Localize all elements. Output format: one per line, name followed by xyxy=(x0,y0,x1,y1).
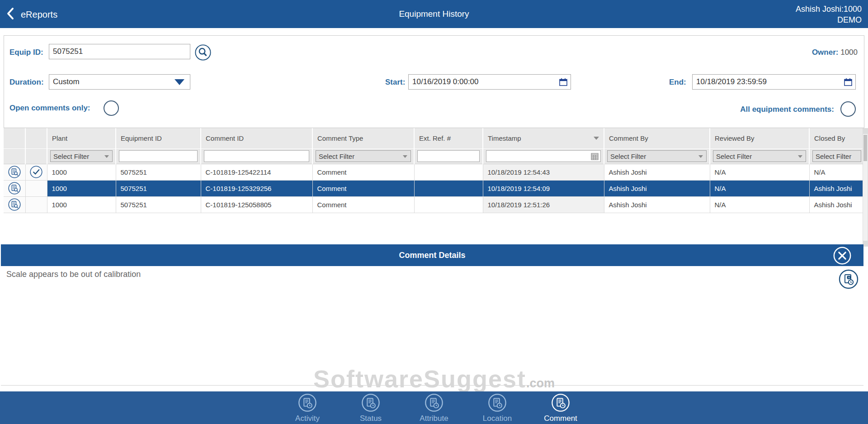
cell-comment-type: Comment xyxy=(312,180,414,196)
view-comment-icon[interactable] xyxy=(8,181,21,195)
view-comment-icon[interactable] xyxy=(8,198,21,211)
table-row[interactable]: 1000 5075251 C-101819-125329256 Comment … xyxy=(4,180,864,196)
nav-item-label: Comment xyxy=(544,414,577,423)
page-title: Equipment History xyxy=(0,9,868,19)
header-spacer xyxy=(4,128,25,148)
comment-text: Scale appears to be out of calibration xyxy=(6,270,141,279)
plant-filter-select[interactable]: Select Filter xyxy=(50,150,113,162)
column-header-ext-ref[interactable]: Ext. Ref. # xyxy=(414,128,483,148)
status-icon xyxy=(361,393,381,414)
cell-timestamp: 10/18/2019 12:54:09 xyxy=(483,180,604,196)
scrollbar-thumb[interactable] xyxy=(863,135,867,161)
comment-by-filter-select[interactable]: Select Filter xyxy=(607,150,707,162)
comment-id-filter-input[interactable] xyxy=(204,150,309,162)
nav-item-activity[interactable]: Activity xyxy=(290,393,325,423)
comment-details-header: Comment Details xyxy=(1,244,863,266)
end-date-input[interactable] xyxy=(692,74,856,90)
table-row[interactable]: 1000 5075251 C-101819-125058805 Comment … xyxy=(4,196,864,213)
owner-field: Owner: 1000 xyxy=(812,48,858,57)
duration-value: Custom xyxy=(53,77,80,86)
table-header-row: Plant Equipment ID Comment ID Comment Ty… xyxy=(4,128,864,148)
calendar-icon[interactable] xyxy=(844,77,853,86)
column-header-plant[interactable]: Plant xyxy=(47,128,116,148)
column-header-reviewed-by[interactable]: Reviewed By xyxy=(710,128,809,148)
nav-item-attribute[interactable]: Attribute xyxy=(417,393,451,423)
column-header-comment-id[interactable]: Comment ID xyxy=(201,128,312,148)
chevron-down-icon xyxy=(798,155,802,158)
cell-ext-ref xyxy=(414,180,483,196)
nav-item-comment[interactable]: Comment xyxy=(543,393,578,423)
user-info: Ashish Joshi:1000 DEMO xyxy=(796,4,862,25)
equipment-id-filter-input[interactable] xyxy=(119,150,198,162)
end-date-field xyxy=(692,74,856,90)
equip-id-input[interactable] xyxy=(49,44,190,59)
cell-comment-by: Ashish Joshi xyxy=(604,196,710,213)
table-row[interactable]: 1000 5075251 C-101819-125422114 Comment … xyxy=(4,164,864,180)
closed-by-filter-select[interactable]: Select Filter xyxy=(812,150,861,162)
cell-closed-by: N/A xyxy=(809,164,864,180)
cell-timestamp: 10/18/2019 12:54:43 xyxy=(483,164,604,180)
selected-check-icon[interactable] xyxy=(29,165,43,179)
comment-icon xyxy=(551,393,571,414)
chevron-down-icon xyxy=(175,79,184,85)
duration-select[interactable]: Custom xyxy=(49,74,190,90)
owner-label: Owner: xyxy=(812,48,839,57)
search-icon[interactable] xyxy=(194,44,212,61)
cell-comment-id: C-101819-125058805 xyxy=(201,196,312,213)
nav-item-label: Status xyxy=(360,414,382,423)
calendar-icon[interactable] xyxy=(559,77,568,86)
cell-comment-id: C-101819-125329256 xyxy=(201,180,312,196)
cell-comment-by: Ashish Joshi xyxy=(604,180,710,196)
reviewed-by-filter-select[interactable]: Select Filter xyxy=(713,150,806,162)
all-equipment-radio[interactable] xyxy=(840,101,856,117)
view-comment-icon[interactable] xyxy=(8,165,21,179)
open-comments-label: Open comments only: xyxy=(9,104,90,113)
cell-timestamp: 10/18/2019 12:51:26 xyxy=(483,196,604,213)
cell-reviewed-by: N/A xyxy=(710,180,809,196)
scroll-down-arrow[interactable] xyxy=(863,241,868,246)
chevron-down-icon xyxy=(403,155,407,158)
column-header-timestamp[interactable]: Timestamp xyxy=(483,128,604,148)
column-header-comment-type[interactable]: Comment Type xyxy=(312,128,414,148)
chevron-down-icon xyxy=(698,155,703,158)
start-label: Start: xyxy=(385,78,405,87)
nav-item-location[interactable]: Location xyxy=(480,393,514,423)
start-date-input[interactable] xyxy=(408,74,571,90)
nav-item-label: Attribute xyxy=(420,414,448,423)
open-comments-radio[interactable] xyxy=(104,100,119,116)
column-header-equipment-id[interactable]: Equipment ID xyxy=(116,128,201,148)
location-icon xyxy=(487,393,507,414)
nav-item-label: Location xyxy=(483,414,512,423)
cell-comment-type: Comment xyxy=(312,164,414,180)
cell-reviewed-by: N/A xyxy=(710,164,809,180)
cell-comment-id: C-101819-125422114 xyxy=(201,164,312,180)
close-icon[interactable] xyxy=(833,246,852,265)
scroll-up-arrow[interactable] xyxy=(863,129,868,134)
comment-details-title: Comment Details xyxy=(1,244,863,266)
column-header-closed-by[interactable]: Closed By xyxy=(809,128,864,148)
comment-badge-icon[interactable] xyxy=(838,269,859,290)
header-spacer xyxy=(25,128,47,148)
environment-badge: DEMO xyxy=(796,14,862,25)
cell-plant: 1000 xyxy=(47,164,116,180)
cell-equipment-id: 5075251 xyxy=(116,180,201,196)
duration-label: Duration: xyxy=(9,78,44,87)
table-scrollbar[interactable] xyxy=(863,128,868,247)
activity-icon xyxy=(297,393,317,414)
cell-comment-by: Ashish Joshi xyxy=(604,164,710,180)
cell-ext-ref xyxy=(414,196,483,213)
cell-closed-by: Ashish Joshi xyxy=(809,180,864,196)
timestamp-filter-input[interactable] xyxy=(486,150,601,162)
bottom-navigation: Activity Status xyxy=(0,391,868,424)
nav-item-status[interactable]: Status xyxy=(354,393,388,423)
equip-id-label: Equip ID: xyxy=(9,48,43,57)
column-header-comment-by[interactable]: Comment By xyxy=(604,128,710,148)
cell-plant: 1000 xyxy=(47,180,116,196)
comment-type-filter-select[interactable]: Select Filter xyxy=(316,150,411,162)
ext-ref-filter-input[interactable] xyxy=(417,150,480,162)
end-label: End: xyxy=(669,78,686,87)
cell-reviewed-by: N/A xyxy=(710,196,809,213)
user-name: Ashish Joshi:1000 xyxy=(796,4,862,14)
cell-closed-by: Ashish Joshi xyxy=(809,196,864,213)
results-table: Plant Equipment ID Comment ID Comment Ty… xyxy=(4,128,864,213)
